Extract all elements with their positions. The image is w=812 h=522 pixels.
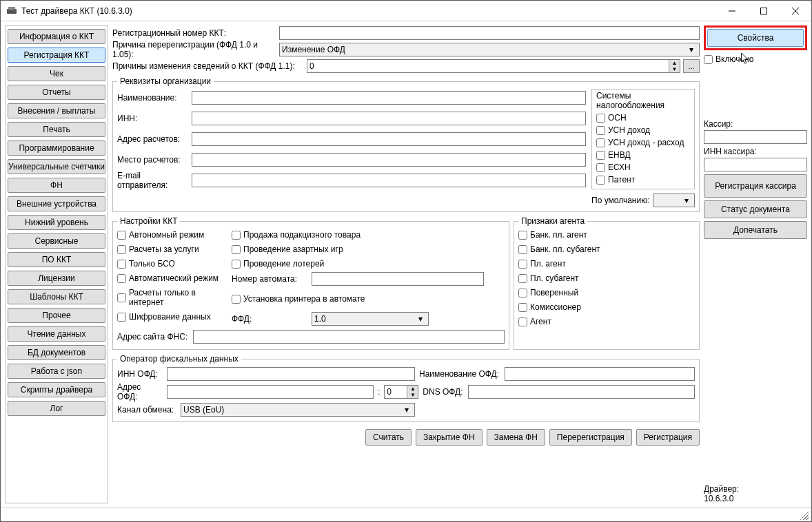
sidebar-item-read-data[interactable]: Чтение данных xyxy=(8,326,105,342)
chevron-down-icon: ▾ xyxy=(686,45,697,54)
excise-checkbox[interactable] xyxy=(232,231,241,240)
sidebar-item-print[interactable]: Печать xyxy=(8,122,105,137)
reg-cashier-button[interactable]: Регистрация кассира xyxy=(704,174,807,198)
tax-eshn-checkbox[interactable] xyxy=(596,163,605,172)
status-bar xyxy=(1,508,811,521)
sidebar-item-counters[interactable]: Универсальные счетчики xyxy=(8,159,105,174)
rereg-reason-select[interactable]: Изменение ОФД ▾ xyxy=(279,43,700,56)
ofd-inn-input[interactable] xyxy=(167,367,415,381)
org-name-input[interactable] xyxy=(192,91,586,105)
resize-grip-icon[interactable] xyxy=(799,510,809,520)
sidebar-item-db[interactable]: БД документов xyxy=(8,345,105,360)
read-button[interactable]: Считать xyxy=(365,429,412,446)
spin-up-icon[interactable]: ▲ xyxy=(669,60,680,66)
ofd-dns-label: DNS ОФД: xyxy=(423,387,464,397)
sidebar-item-licenses[interactable]: Лицензии xyxy=(8,271,105,286)
replace-fn-button[interactable]: Замена ФН xyxy=(487,429,545,446)
bso-only-checkbox[interactable] xyxy=(117,260,126,269)
org-inn-input[interactable] xyxy=(192,112,586,125)
fns-addr-input[interactable] xyxy=(193,330,505,344)
sidebar-item-service[interactable]: Сервисные xyxy=(8,233,105,249)
close-button[interactable] xyxy=(780,1,811,21)
window-title: Тест драйвера ККТ (10.6.3.0) xyxy=(21,6,716,16)
change-reasons-browse-button[interactable]: ... xyxy=(683,59,700,73)
tax-patent-checkbox[interactable] xyxy=(596,176,605,185)
maximize-button[interactable] xyxy=(748,1,780,21)
enabled-checkbox[interactable] xyxy=(704,55,713,64)
sidebar-item-reports[interactable]: Отчеты xyxy=(8,85,105,100)
auto-mode-checkbox[interactable] xyxy=(117,274,126,283)
autonomous-checkbox[interactable] xyxy=(117,231,126,240)
tax-usn-income-checkbox[interactable] xyxy=(596,126,605,135)
org-email-input[interactable] xyxy=(192,174,586,187)
agent-pay-subagent-checkbox[interactable] xyxy=(518,274,527,283)
ofd-dns-input[interactable] xyxy=(468,385,695,399)
agent-commissioner-checkbox[interactable] xyxy=(518,303,527,312)
services-checkbox[interactable] xyxy=(117,245,126,254)
agent-bank-agent-checkbox[interactable] xyxy=(518,231,527,240)
sidebar-item-programming[interactable]: Программирование xyxy=(8,140,105,156)
change-reasons-label: Причины изменения сведений о ККТ (ФФД 1.… xyxy=(112,61,304,71)
org-calc-addr-input[interactable] xyxy=(192,132,586,146)
ofd-name-label: Наименование ОФД: xyxy=(419,369,500,379)
change-reasons-spin[interactable]: 0 ▲▼ xyxy=(307,59,680,73)
sidebar-item-registration[interactable]: Регистрация ККТ xyxy=(8,48,105,63)
right-panel: Свойства Включено Кассир: ИНН кассира: Р… xyxy=(704,25,807,503)
org-calc-place-input[interactable] xyxy=(192,153,586,167)
sidebar-item-other[interactable]: Прочее xyxy=(8,308,105,323)
doc-status-button[interactable]: Статус документа xyxy=(704,200,807,218)
minimize-button[interactable] xyxy=(716,1,748,21)
sidebar-item-firmware[interactable]: ПО ККТ xyxy=(8,252,105,267)
ofd-channel-select[interactable]: USB (EoU) ▾ xyxy=(181,403,415,417)
tax-systems-box: Системы налогообложения ОСН УСН доход УС… xyxy=(591,89,695,189)
ofd-addr-input[interactable] xyxy=(167,385,374,399)
ofd-port-spin[interactable]: 0 ▲▼ xyxy=(384,385,418,399)
encryption-checkbox[interactable] xyxy=(117,313,126,322)
sidebar-item-external[interactable]: Внешние устройства xyxy=(8,196,105,211)
automat-number-input[interactable] xyxy=(312,272,484,286)
spin-down-icon[interactable]: ▼ xyxy=(669,66,680,72)
reg-button[interactable]: Регистрация xyxy=(636,429,700,446)
sidebar-item-templates[interactable]: Шаблоны ККТ xyxy=(8,289,105,304)
ffd-select[interactable]: 1.0▾ xyxy=(312,312,429,326)
cashier-inn-label: ИНН кассира: xyxy=(704,147,807,156)
reprint-button[interactable]: Допечатать xyxy=(704,221,807,239)
printer-in-automat-checkbox[interactable] xyxy=(232,295,241,304)
agent-pay-agent-checkbox[interactable] xyxy=(518,260,527,269)
cashier-input[interactable] xyxy=(704,130,807,144)
internet-only-checkbox[interactable] xyxy=(117,293,126,302)
spin-down-icon[interactable]: ▼ xyxy=(407,392,418,398)
app-icon xyxy=(6,6,17,17)
sidebar-item-json[interactable]: Работа с json xyxy=(8,364,105,379)
sidebar: Информация о ККТ Регистрация ККТ Чек Отч… xyxy=(5,25,108,503)
default-tax-select[interactable]: ▾ xyxy=(653,194,696,207)
sidebar-item-log[interactable]: Лог xyxy=(8,401,105,416)
tax-osn-checkbox[interactable] xyxy=(596,114,605,123)
ofd-channel-label: Канал обмена: xyxy=(117,405,176,415)
spin-up-icon[interactable]: ▲ xyxy=(407,386,418,392)
rereg-button[interactable]: Перерегистрация xyxy=(549,429,632,446)
properties-button[interactable]: Свойства xyxy=(707,29,804,47)
lottery-checkbox[interactable] xyxy=(232,260,241,269)
tax-envd-checkbox[interactable] xyxy=(596,151,605,160)
sidebar-item-fn[interactable]: ФН xyxy=(8,178,105,193)
org-fieldset: Реквизиты организации Наименование: ИНН:… xyxy=(112,76,700,212)
reg-number-input[interactable] xyxy=(279,26,700,40)
fns-addr-label: Адрес сайта ФНС: xyxy=(117,332,189,342)
sidebar-item-info[interactable]: Информация о ККТ xyxy=(8,29,105,44)
org-legend: Реквизиты организации xyxy=(117,76,214,86)
sidebar-item-receipt[interactable]: Чек xyxy=(8,66,105,81)
sidebar-item-scripts[interactable]: Скрипты драйвера xyxy=(8,382,105,397)
gambling-checkbox[interactable] xyxy=(232,245,241,254)
sidebar-item-payments[interactable]: Внесения / выплаты xyxy=(8,103,105,118)
ofd-name-input[interactable] xyxy=(505,367,695,381)
tax-usn-income-exp-checkbox[interactable] xyxy=(596,138,605,147)
rereg-reason-label: Причина перерегистрации (ФФД 1.0 и 1.05)… xyxy=(112,40,276,59)
agent-bank-subagent-checkbox[interactable] xyxy=(518,245,527,254)
agent-agent-checkbox[interactable] xyxy=(518,317,527,326)
ofd-inn-label: ИНН ОФД: xyxy=(117,369,163,379)
cashier-inn-input[interactable] xyxy=(704,158,807,171)
sidebar-item-low-level[interactable]: Нижний уровень xyxy=(8,215,105,230)
close-fn-button[interactable]: Закрытие ФН xyxy=(416,429,482,446)
agent-attorney-checkbox[interactable] xyxy=(518,289,527,297)
